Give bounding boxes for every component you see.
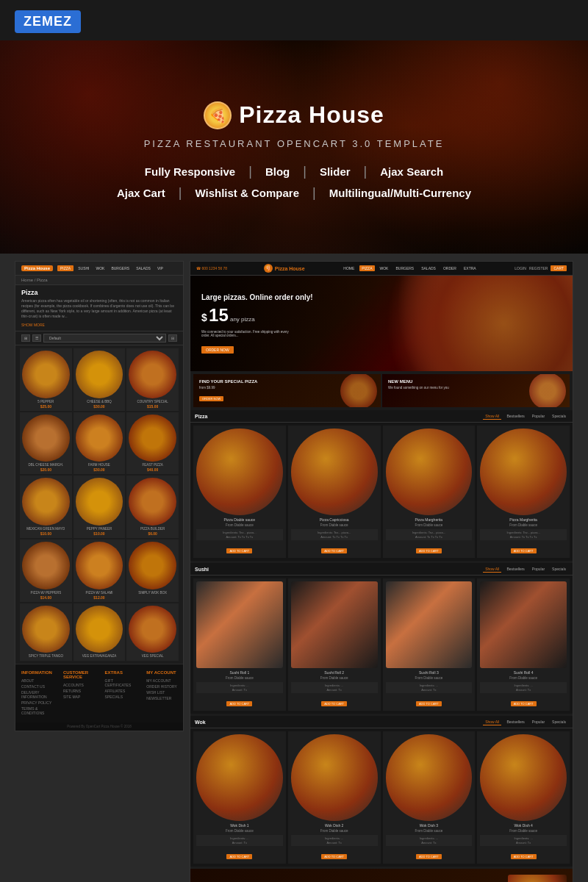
site-header-name: Pizza House [275,266,305,271]
nav-wok[interactable]: WOK [93,265,107,271]
tab-popular[interactable]: Popular [530,413,547,420]
grid-view-btn[interactable]: ⊞ [21,334,30,342]
nav-sushi[interactable]: SUSHI [76,265,91,271]
footer-link[interactable]: TERMS & CONDITIONS [21,706,52,715]
wok-add-btn[interactable]: ADD TO CART [416,854,442,859]
footer-col-title: My Account [146,670,177,675]
pizza-section-title: Pizza [195,414,208,419]
sushi-tab-popular[interactable]: Popular [530,566,547,573]
promo-card-price: from $9.99 [199,386,375,390]
product-name: Pizza Margherita [480,517,567,522]
sushi-tab-all[interactable]: Show All [483,566,501,573]
preview-container: Pizza House PIZZA SUSHI WOK BURGERS SALA… [0,254,588,882]
wok-add-btn[interactable]: ADD TO CART [226,854,252,859]
sushi-tab-best[interactable]: Bestsellers [504,566,526,573]
product-name: MEXICAN GREEN MAYO [22,527,70,531]
sushi-add-btn[interactable]: ADD TO CART [226,701,252,706]
features-row2: Ajax Cart | Wishlist & Compare | Multili… [104,185,484,201]
footer-link[interactable]: AFFILIATES [105,689,136,693]
nav-pizza-active[interactable]: PIZZA [57,265,74,271]
product-name: FARM HOUSE [76,463,123,467]
login-link[interactable]: LOGIN [514,266,526,270]
wok-tab-popular[interactable]: Popular [530,719,547,725]
sushi-add-btn[interactable]: ADD TO CART [511,701,537,706]
wok-price: From Diable sauce [291,829,378,833]
footer-link[interactable]: SITE MAP [63,695,94,699]
footer-link[interactable]: CONTACT US [21,684,52,689]
promo-order-btn[interactable]: ORDER NOW [199,396,223,401]
register-link[interactable]: REGISTER [529,266,548,270]
sushi-tab-specials[interactable]: Specials [550,566,568,573]
hero-cta-button[interactable]: ORDER NOW [201,346,234,354]
nav-salads-main[interactable]: SALADS [419,265,438,271]
add-to-cart-btn[interactable]: ADD TO CART [511,548,537,553]
footer-link[interactable]: MY ACCOUNT [146,678,177,683]
nav-burgers-main[interactable]: BURGERS [393,265,416,271]
footer-col-title: Information [21,670,52,675]
cart-button[interactable]: CART [551,265,567,271]
product-info: Ingredients: Tez... pizza...Amount: Tx T… [196,529,283,540]
filter-btn[interactable]: ⊟ [168,334,177,342]
product-price: $6.00 [129,531,176,536]
nav-wok-main[interactable]: WOK [378,265,391,271]
wok-add-btn[interactable]: ADD TO CART [321,854,347,859]
list-view-btn[interactable]: ☰ [32,334,41,342]
footer-link[interactable]: DELIVERY INFORMATION [21,690,52,699]
tab-bestsellers[interactable]: Bestsellers [504,413,526,420]
nav-order[interactable]: ORDER [441,265,459,271]
sushi-add-btn[interactable]: ADD TO CART [416,701,442,706]
nav-home[interactable]: HOME [341,265,356,271]
feature-slider: Slider [306,165,364,178]
sushi-price: From Diable sauce [386,676,473,680]
nav-burgers[interactable]: BURGERS [109,265,132,271]
tab-specials[interactable]: Specials [550,413,568,420]
footer-link[interactable]: PRIVACY POLICY [21,700,52,705]
promo-card-new-title: NEW MENU [388,379,564,384]
footer-link[interactable]: RETURNS [63,689,94,693]
table-row: Wok Dish 3 From Diable sauce Ingredients… [383,731,476,864]
wok-tab-specials[interactable]: Specials [550,719,568,725]
footer-link[interactable]: NEWSLETTER [146,696,177,700]
footer-link[interactable]: WISH LIST [146,690,177,695]
product-name: Pizza Diable sauce [196,517,283,522]
table-row: Wok Dish 2 From Diable sauce Ingredients… [288,731,381,864]
footer-link[interactable]: GIFT CERTIFICATES [105,678,136,687]
deal-image [508,875,567,882]
product-name: VEG SPECIAL [129,654,176,658]
section-title: Pizza [15,285,183,298]
sushi-category-tabs: Sushi Show All Bestsellers Popular Speci… [190,563,573,576]
sushi-add-btn[interactable]: ADD TO CART [321,701,347,706]
add-to-cart-btn[interactable]: ADD TO CART [321,548,347,553]
product-info: Ingredients: Tez... pizza...Amount: Tx T… [291,529,378,540]
promo-card-new-sub: We found something on our menu for you [388,386,564,390]
wok-tab-all[interactable]: Show All [483,719,501,725]
add-to-cart-btn[interactable]: ADD TO CART [416,548,442,553]
nav-salads[interactable]: SALADS [134,265,153,271]
product-name: PIZZA W/ PEPPERS [22,591,70,595]
show-more-link[interactable]: SHOW MORE [15,323,183,331]
product-price: From Diable sauce [386,523,473,527]
products-grid: 5 PEPPER $25.00 CHEESE & BBQ $30.00 COUN… [15,345,183,664]
left-panel-footer: Information ABOUT CONTACT US DELIVERY IN… [15,664,183,723]
nav-pizza-main[interactable]: PIZZA [359,265,374,271]
wok-name: Wok Dish 2 [291,823,378,828]
sort-select[interactable]: Default Price Name [43,334,166,343]
footer-col-title: Customer Service [63,670,94,679]
hero-pizza-background [343,276,573,371]
wok-tab-best[interactable]: Bestsellers [504,719,526,725]
table-row: Sushi Roll 4 From Diable sauce Ingredien… [477,578,570,711]
add-to-cart-btn[interactable]: ADD TO CART [226,548,252,553]
hero-desc: We connected to your satisfaction. Free … [201,330,290,337]
wok-add-btn[interactable]: ADD TO CART [511,854,537,859]
footer-link[interactable]: ACCOUNTS [63,683,94,687]
tab-show-all[interactable]: Show All [483,413,501,420]
footer-link[interactable]: ABOUT [21,678,52,683]
nav-extra[interactable]: EXTRA [462,265,478,271]
product-image [76,415,123,462]
nav-vip[interactable]: VIP [155,265,165,271]
product-price: $10.00 [22,531,70,536]
product-image [129,351,176,398]
sushi-info: Ingredients: ...Amount: Tx [386,682,473,693]
footer-link[interactable]: SPECIALS [105,695,136,699]
footer-link[interactable]: ORDER HISTORY [146,684,177,689]
